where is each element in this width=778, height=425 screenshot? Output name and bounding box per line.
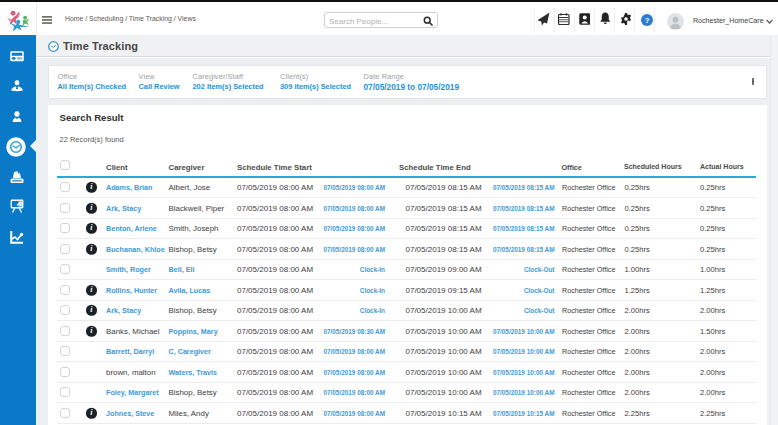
svg-text:?: ? [645,15,650,24]
